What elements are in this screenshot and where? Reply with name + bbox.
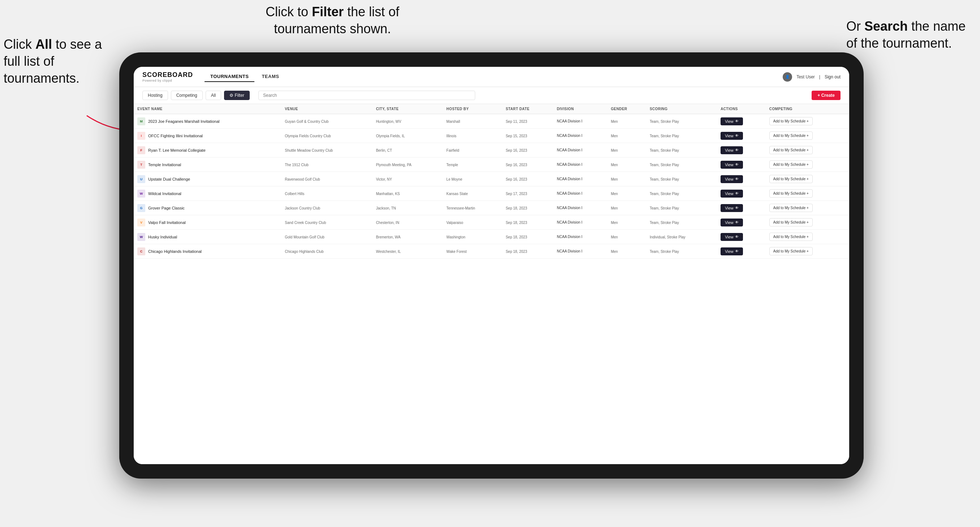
gender-7: Men bbox=[607, 215, 646, 230]
gender-8: Men bbox=[607, 230, 646, 244]
division-0: NCAA Division I bbox=[553, 114, 607, 129]
view-button-6[interactable]: View 👁 bbox=[721, 204, 743, 212]
actions-cell-5: View 👁 bbox=[717, 186, 766, 201]
view-button-7[interactable]: View 👁 bbox=[721, 219, 743, 227]
add-schedule-button-6[interactable]: Add to My Schedule + bbox=[769, 204, 813, 212]
actions-cell-3: View 👁 bbox=[717, 157, 766, 172]
hosted-by-1: Illinois bbox=[443, 129, 502, 143]
add-schedule-button-4[interactable]: Add to My Schedule + bbox=[769, 175, 813, 183]
col-gender: GENDER bbox=[607, 104, 646, 114]
eye-icon-9: 👁 bbox=[735, 249, 738, 253]
add-schedule-button-1[interactable]: Add to My Schedule + bbox=[769, 132, 813, 140]
logo-area: SCOREBOARD Powered by clippd bbox=[142, 71, 193, 83]
venue-5: Colbert Hills bbox=[281, 186, 372, 201]
hosted-by-2: Fairfield bbox=[443, 143, 502, 157]
gender-1: Men bbox=[607, 129, 646, 143]
col-division: DIVISION bbox=[553, 104, 607, 114]
gender-4: Men bbox=[607, 172, 646, 186]
view-button-4[interactable]: View 👁 bbox=[721, 175, 743, 183]
view-button-0[interactable]: View 👁 bbox=[721, 117, 743, 125]
team-logo-0: M bbox=[137, 117, 145, 125]
event-name-0: 2023 Joe Feaganes Marshall Invitational bbox=[148, 119, 220, 124]
add-schedule-button-2[interactable]: Add to My Schedule + bbox=[769, 146, 813, 154]
competing-cell-7: Add to My Schedule + bbox=[766, 215, 849, 230]
venue-1: Olympia Fields Country Club bbox=[281, 129, 372, 143]
actions-cell-1: View 👁 bbox=[717, 129, 766, 143]
venue-6: Jackson Country Club bbox=[281, 201, 372, 215]
create-button[interactable]: + Create bbox=[811, 90, 840, 100]
col-event-name: EVENT NAME bbox=[134, 104, 281, 114]
hosted-by-6: Tennessee-Martin bbox=[443, 201, 502, 215]
search-input[interactable] bbox=[258, 90, 475, 100]
venue-9: Chicago Highlands Club bbox=[281, 244, 372, 259]
table-row: T Temple Invitational The 1912 Club Plym… bbox=[134, 157, 849, 172]
table-row: W Wildcat Invitational Colbert Hills Man… bbox=[134, 186, 849, 201]
division-6: NCAA Division I bbox=[553, 201, 607, 215]
add-schedule-button-8[interactable]: Add to My Schedule + bbox=[769, 233, 813, 241]
logo-title: SCOREBOARD bbox=[142, 71, 193, 79]
start-date-9: Sep 18, 2023 bbox=[502, 244, 553, 259]
gender-0: Men bbox=[607, 114, 646, 129]
event-name-cell-5: W Wildcat Invitational bbox=[134, 186, 281, 201]
scoring-4: Team, Stroke Play bbox=[646, 172, 717, 186]
event-name-cell-9: C Chicago Highlands Invitational bbox=[134, 244, 281, 259]
start-date-6: Sep 18, 2023 bbox=[502, 201, 553, 215]
col-venue: VENUE bbox=[281, 104, 372, 114]
add-schedule-button-3[interactable]: Add to My Schedule + bbox=[769, 160, 813, 169]
add-schedule-button-0[interactable]: Add to My Schedule + bbox=[769, 117, 813, 125]
nav-tab-tournaments[interactable]: TOURNAMENTS bbox=[205, 71, 255, 82]
scoring-8: Individual, Stroke Play bbox=[646, 230, 717, 244]
start-date-3: Sep 16, 2023 bbox=[502, 157, 553, 172]
sign-out-link[interactable]: Sign out bbox=[825, 75, 840, 79]
venue-0: Guyan Golf & Country Club bbox=[281, 114, 372, 129]
hosted-by-5: Kansas State bbox=[443, 186, 502, 201]
tablet-frame: SCOREBOARD Powered by clippd TOURNAMENTS… bbox=[119, 52, 864, 479]
competing-cell-4: Add to My Schedule + bbox=[766, 172, 849, 186]
filter-button[interactable]: ⚙ Filter bbox=[224, 90, 250, 100]
col-scoring: SCORING bbox=[646, 104, 717, 114]
actions-cell-0: View 👁 bbox=[717, 114, 766, 129]
actions-cell-9: View 👁 bbox=[717, 244, 766, 259]
actions-cell-8: View 👁 bbox=[717, 230, 766, 244]
division-3: NCAA Division I bbox=[553, 157, 607, 172]
add-schedule-button-5[interactable]: Add to My Schedule + bbox=[769, 189, 813, 198]
view-button-1[interactable]: View 👁 bbox=[721, 132, 743, 140]
city-state-0: Huntington, WV bbox=[372, 114, 443, 129]
add-schedule-button-7[interactable]: Add to My Schedule + bbox=[769, 218, 813, 227]
view-button-3[interactable]: View 👁 bbox=[721, 161, 743, 169]
event-name-7: Valpo Fall Invitational bbox=[148, 220, 186, 225]
event-name-4: Upstate Dual Challenge bbox=[148, 177, 190, 181]
team-logo-8: W bbox=[137, 233, 145, 241]
city-state-2: Berlin, CT bbox=[372, 143, 443, 157]
event-name-6: Grover Page Classic bbox=[148, 206, 185, 210]
user-avatar: 👤 bbox=[783, 72, 792, 82]
tablet-screen: SCOREBOARD Powered by clippd TOURNAMENTS… bbox=[134, 67, 849, 464]
table-row: M 2023 Joe Feaganes Marshall Invitationa… bbox=[134, 114, 849, 129]
city-state-9: Westchester, IL bbox=[372, 244, 443, 259]
table-row: F Ryan T. Lee Memorial Collegiate Shuttl… bbox=[134, 143, 849, 157]
tab-competing[interactable]: Competing bbox=[171, 90, 203, 100]
eye-icon-1: 👁 bbox=[735, 133, 738, 138]
toolbar: Hosting Competing All ⚙ Filter + Create bbox=[134, 87, 849, 104]
city-state-6: Jackson, TN bbox=[372, 201, 443, 215]
tab-all[interactable]: All bbox=[205, 90, 221, 100]
view-button-8[interactable]: View 👁 bbox=[721, 233, 743, 241]
view-button-5[interactable]: View 👁 bbox=[721, 190, 743, 198]
event-name-cell-4: U Upstate Dual Challenge bbox=[134, 172, 281, 186]
header-right: 👤 Test User | Sign out bbox=[783, 72, 840, 82]
annotation-right: Or Search the name of the tournament. bbox=[846, 18, 969, 52]
table-row: I OFCC Fighting Illini Invitational Olym… bbox=[134, 129, 849, 143]
event-name-2: Ryan T. Lee Memorial Collegiate bbox=[148, 148, 205, 152]
event-name-cell-2: F Ryan T. Lee Memorial Collegiate bbox=[134, 143, 281, 157]
division-7: NCAA Division I bbox=[553, 215, 607, 230]
view-button-2[interactable]: View 👁 bbox=[721, 146, 743, 154]
tab-hosting[interactable]: Hosting bbox=[142, 90, 168, 100]
view-button-9[interactable]: View 👁 bbox=[721, 248, 743, 256]
competing-cell-5: Add to My Schedule + bbox=[766, 186, 849, 201]
add-schedule-button-9[interactable]: Add to My Schedule + bbox=[769, 247, 813, 256]
user-name: Test User bbox=[796, 75, 815, 79]
event-name-cell-6: G Grover Page Classic bbox=[134, 201, 281, 215]
eye-icon-6: 👁 bbox=[735, 206, 738, 210]
nav-tab-teams[interactable]: TEAMS bbox=[256, 71, 285, 82]
competing-cell-1: Add to My Schedule + bbox=[766, 129, 849, 143]
